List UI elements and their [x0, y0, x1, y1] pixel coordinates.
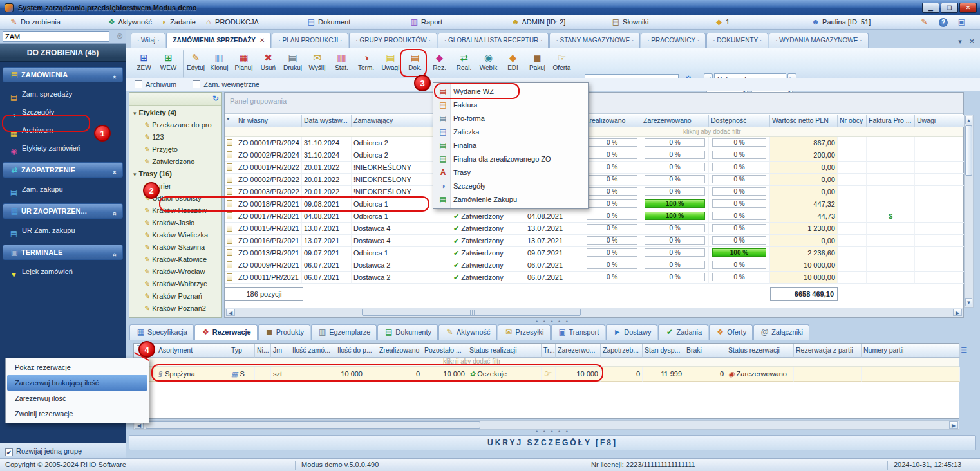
column-header[interactable]: Nr obcy [838, 115, 867, 127]
column-header[interactable]: Status rezerwacji [726, 344, 794, 358]
toolbar-button[interactable]: Dok. [403, 50, 427, 78]
context-menu-item[interactable]: Zarezerwuj brakującą ilość [7, 375, 147, 391]
detail-tab[interactable]: Produkty [258, 324, 310, 340]
minimize-button[interactable]: ▁ [922, 3, 939, 13]
sidebar-section-header[interactable]: ZAOPATRZENIE » [3, 162, 123, 178]
tree-item[interactable]: Kraków-Wałbrzyc [129, 278, 221, 290]
document-tab[interactable]: WYDANIA MAGAZYNOWE [769, 33, 868, 48]
menu-item[interactable]: Zamówienie Zakupu [433, 193, 588, 207]
column-header[interactable]: Ilość do p... [335, 344, 377, 358]
menubar-item[interactable]: Aktywność [107, 17, 152, 26]
toolbar-button[interactable]: Pakuj [525, 50, 549, 78]
archiwum-checkbox[interactable] [135, 80, 142, 88]
tree-item[interactable]: Kraków-Rzeszów [129, 205, 221, 217]
column-header[interactable]: Tr... [542, 344, 556, 358]
toolbar-button[interactable]: WEW [156, 50, 180, 78]
reservations-filter-row[interactable]: kliknij aby dodać filtr [134, 358, 959, 367]
sidebar-item[interactable]: UR Zam. zakupu [3, 223, 123, 238]
toolbar-button[interactable]: Real. [452, 50, 476, 78]
column-header[interactable]: Rezerwacja z partii [794, 344, 862, 358]
table-row[interactable]: ZO 00018/PR/2021 09.08.2021 Odbiorca 1 Z… [225, 198, 963, 210]
column-header[interactable]: Wartość netto PLN [770, 115, 838, 127]
menu-item[interactable]: Zaliczka [433, 125, 588, 139]
collapse-chevron-icon[interactable]: » [107, 212, 121, 216]
menubar-item[interactable]: 1 [714, 17, 730, 26]
table-row[interactable]: ZO 00003/PR/2022 20.01.2022 !NIEOKREŚLON… [225, 186, 963, 198]
tree-item[interactable]: 123 [129, 131, 221, 143]
sidebar-item[interactable]: Zam. sprzedaży [3, 86, 123, 102]
collapse-chevron-icon[interactable]: » [107, 75, 121, 79]
tree-item[interactable]: Kurier [129, 180, 221, 192]
tree-item[interactable]: Kraków-Wieliczka [129, 229, 221, 241]
menubar-item[interactable]: PRODUKCJA [203, 17, 259, 26]
zam-wewnetrzne-checkbox[interactable] [193, 80, 200, 88]
document-tab[interactable]: DOKUMENTY [706, 33, 768, 48]
detail-tab[interactable]: Transport [551, 324, 606, 340]
menubar-item[interactable]: Słowniki [611, 17, 648, 26]
detail-tab[interactable]: Dostawy [606, 324, 657, 340]
table-row[interactable]: ZO 00015/PR/2021 13.07.2021 Dostawca 4 Z… [225, 223, 963, 235]
column-header[interactable]: Ni... [255, 344, 271, 358]
column-header[interactable]: Zarezerwowano [641, 115, 709, 127]
scroll-right-icon[interactable]: ▶ [953, 309, 962, 316]
column-header[interactable]: Jm [271, 344, 290, 358]
toolbar-button[interactable]: Drukuj [281, 50, 305, 78]
column-header[interactable]: Zapotrzeb... [601, 344, 643, 358]
detail-tab[interactable]: Dokumenty [377, 324, 438, 340]
tree-group[interactable]: Trasy (16) [129, 168, 221, 180]
toolbar-button[interactable]: Usuń [256, 50, 280, 78]
menubar-item[interactable]: Do zrobienia [9, 17, 61, 26]
menu-item[interactable]: Faktura [433, 98, 588, 112]
menubar-item[interactable]: Dokument [306, 17, 350, 26]
menu-item[interactable]: Wydanie WZ [433, 85, 588, 98]
maximize-button[interactable]: ❏ [941, 3, 958, 13]
detail-tab[interactable]: Zadania [658, 324, 708, 340]
table-row[interactable]: ZO 00017/PR/2021 04.08.2021 Odbiorca 1 Z… [225, 210, 963, 223]
search-input[interactable] [3, 31, 109, 42]
toolbar-button[interactable]: Edytuj [183, 50, 207, 78]
column-header[interactable]: Zarezerwo... [556, 344, 601, 358]
menubar-item[interactable]: Paulina [ID: 51] [811, 17, 871, 26]
sidebar-item[interactable]: Szczegóły [3, 104, 123, 120]
sidebar-item[interactable]: Lejek zamówień [3, 264, 123, 279]
column-header[interactable]: Typ [229, 344, 255, 358]
column-header[interactable]: Ilość zamó... [290, 344, 335, 358]
tree-item[interactable]: Kraków-Jasło [129, 217, 221, 229]
detail-tab[interactable]: Załączniki [753, 324, 809, 340]
toolbar-button[interactable]: Stat. [330, 50, 353, 78]
toolbar-button[interactable]: EDI [501, 50, 525, 78]
tree-item[interactable]: Przyjęto [129, 143, 221, 156]
toolbar-button[interactable]: Klonuj [207, 50, 231, 78]
group-panel[interactable]: Panel grupowania [225, 93, 963, 114]
menu-item[interactable]: Finalna [433, 139, 588, 152]
scroll-thumb[interactable] [362, 309, 581, 316]
tree-item[interactable]: Odbior osobisty [129, 192, 221, 205]
tab-close-icon[interactable] [259, 37, 265, 44]
detail-tab[interactable]: Specyfikacja [129, 324, 194, 340]
tab-scroll-chevron-icon[interactable]: ▾ [958, 37, 962, 45]
menubar-item[interactable]: Raport [410, 17, 442, 26]
column-header[interactable]: Zrealizowano [583, 115, 641, 127]
document-tab[interactable]: PRACOWNICY [641, 33, 706, 48]
column-header[interactable]: Data wystaw... [302, 115, 352, 127]
expand-icon[interactable] [133, 109, 139, 116]
menu-item[interactable]: Pro-forma [433, 112, 588, 125]
menu-item[interactable]: Trasy [433, 166, 588, 180]
toolbar-button[interactable]: Oferta [550, 50, 574, 78]
table-row[interactable]: ZO 00001/PR/2022 20.01.2022 !NIEOKREŚLON… [225, 162, 963, 174]
column-header[interactable]: Braki [684, 344, 726, 358]
sidebar-section-header[interactable]: UR ZAOPATRZEN... » [3, 203, 123, 219]
scroll-up-icon[interactable]: ▲ [965, 116, 972, 124]
orders-filter-row[interactable]: kliknij aby dodać filtr [225, 127, 963, 137]
close-button[interactable]: ✕ [959, 3, 977, 13]
hide-details-bar[interactable]: UKRYJ SZCZEGÓŁY [F8] [129, 435, 976, 450]
column-header[interactable]: Dostępność [709, 115, 770, 127]
tree-item[interactable]: Kraków-Wrocław [129, 266, 221, 278]
toolbar-button[interactable]: ZEW [132, 50, 156, 78]
expand-icon[interactable] [133, 170, 139, 178]
sidebar-item[interactable]: Zam. zakupu [3, 181, 123, 197]
document-tab[interactable]: GLOBALNA LISTA RECEPTUR [438, 33, 549, 48]
pen-icon[interactable] [919, 17, 929, 26]
table-row[interactable]: ZO 00002/PR/2024 31.10.2024 Odbiorca 2 0… [225, 149, 963, 162]
detail-tab[interactable]: Aktywność [438, 324, 497, 340]
